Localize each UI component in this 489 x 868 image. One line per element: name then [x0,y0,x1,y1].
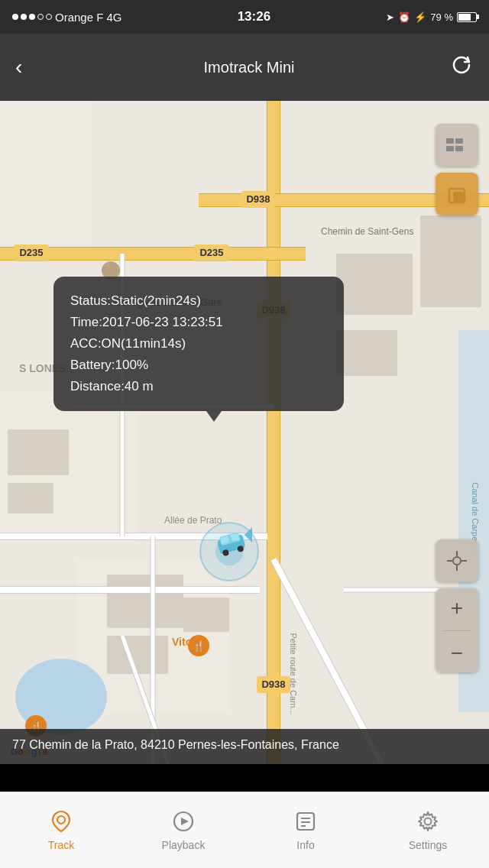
tab-settings[interactable]: Settings [367,792,489,868]
acc-line: ACC:ON(11min14s) [70,333,327,355]
battery-icon [457,12,477,22]
bluetooth-icon: ⚡ [414,11,426,23]
zoom-controls[interactable]: + − [436,588,478,672]
zoom-out-button[interactable]: − [451,643,463,664]
location-icon: ➤ [386,11,394,23]
tab-playback[interactable]: Playback [122,792,244,868]
tab-info-label: Info [296,839,314,851]
carrier-label: Orange F [55,11,103,24]
map-layer-btn-2[interactable] [436,173,478,215]
nav-title: Imotrack Mini [204,59,295,76]
location-button[interactable] [436,539,478,582]
info-popup: Status:Static(2min24s) Time:2017-06-23 1… [53,277,344,411]
svg-rect-9 [336,254,413,315]
time-line: Time:2017-06-23 13:23:51 [70,312,327,333]
svg-rect-76 [455,146,463,151]
svg-rect-75 [446,146,454,151]
svg-rect-4 [8,429,69,475]
svg-rect-10 [336,330,397,376]
status-bar-left: Orange F 4G [12,11,121,24]
tab-track-label: Track [48,839,74,851]
svg-rect-8 [183,598,229,632]
status-bar-right: ➤ ⏰ ⚡ 79 % [386,11,477,23]
svg-text:Chemin de Saint-Gens: Chemin de Saint-Gens [321,226,413,237]
battery-percent: 79 % [430,11,453,23]
svg-text:Vito: Vito [172,636,192,648]
nav-bar: ‹ Imotrack Mini [0,34,489,101]
svg-rect-1 [0,101,92,254]
tab-playback-label: Playback [162,839,206,851]
svg-text:🍴: 🍴 [193,640,206,653]
svg-point-91 [425,818,432,824]
popup-tail [206,411,222,422]
zoom-in-button[interactable]: + [451,598,463,619]
svg-rect-74 [455,138,463,144]
tab-bar: Track Playback Info [0,792,489,868]
tab-track[interactable]: Track [0,792,122,868]
network-label: 4G [106,11,121,24]
distance-line: Distance:40 m [70,376,327,397]
signal-dots [12,14,52,20]
svg-marker-86 [181,818,189,825]
signal-dot-5 [46,14,52,20]
svg-rect-5 [8,483,53,513]
battery-line: Battery:100% [70,355,327,376]
svg-rect-6 [107,575,183,628]
svg-point-84 [57,816,65,824]
address-text: 77 Chemin de la Prato, 84210 Pernes-les-… [12,738,339,751]
svg-rect-11 [420,215,481,307]
svg-rect-78 [453,192,464,202]
info-icon [294,810,317,836]
status-bar: Orange F 4G 13:26 ➤ ⏰ ⚡ 79 % [0,0,489,34]
playback-icon [172,810,195,836]
status-bar-time: 13:26 [238,9,270,24]
address-bar: 77 Chemin de la Prato, 84210 Pernes-les-… [0,729,489,764]
signal-dot-2 [21,14,27,20]
tab-settings-label: Settings [409,839,448,851]
alarm-icon: ⏰ [398,11,410,23]
svg-text:D938: D938 [261,679,285,690]
track-icon [50,810,73,836]
map-layer-btn-1[interactable] [436,124,478,167]
svg-text:Allée de Prato: Allée de Prato [164,515,222,526]
settings-icon [416,810,439,836]
svg-rect-73 [446,138,454,144]
svg-text:D235: D235 [199,247,223,258]
svg-rect-7 [107,636,168,674]
zoom-divider [443,630,471,631]
map-controls-bottom: + − [436,539,478,672]
svg-text:D938: D938 [246,193,270,205]
refresh-button[interactable] [449,53,474,82]
signal-dot-3 [29,14,35,20]
map-svg: Canal de Carpentras [0,101,489,764]
signal-dot-1 [12,14,18,20]
map-container[interactable]: Canal de Carpentras [0,101,489,764]
map-controls-top [436,124,478,215]
signal-dot-4 [37,14,44,20]
back-button[interactable]: ‹ [15,55,49,79]
battery-fill [458,14,471,21]
svg-point-79 [453,557,461,565]
svg-text:D235: D235 [19,247,43,258]
status-line: Status:Static(2min24s) [70,290,327,312]
svg-text:Petite route de Cam...: Petite route de Cam... [289,633,298,715]
tab-info[interactable]: Info [244,792,367,868]
